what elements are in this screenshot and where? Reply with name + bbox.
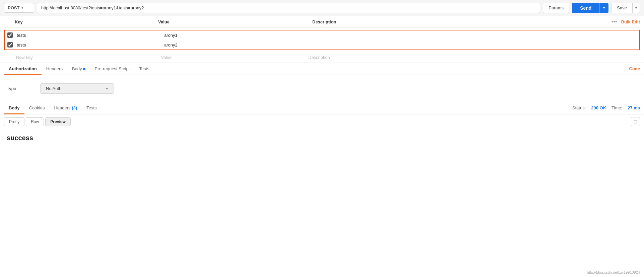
response-tab-cookies[interactable]: Cookies <box>24 102 50 114</box>
format-preview-button[interactable]: Preview <box>45 117 70 126</box>
send-button-group: Send ▾ <box>572 3 608 13</box>
tab-headers-label: Headers <box>46 66 63 71</box>
more-icon[interactable]: ••• <box>611 19 617 25</box>
status-value: 200 OK <box>591 105 606 110</box>
response-tab-body-label: Body <box>9 105 20 110</box>
row-1-key: tests <box>17 33 164 38</box>
col-actions: ••• Bulk Edit <box>611 19 640 25</box>
bulk-edit-button[interactable]: Bulk Edit <box>621 19 640 24</box>
tab-tests-label: Tests <box>139 66 149 71</box>
save-button-group: Save ▾ <box>611 3 640 13</box>
row-2-checkbox[interactable] <box>7 42 13 48</box>
col-key-header: Key <box>4 19 158 24</box>
request-tabs-bar: Authorization Headers Body Pre-request S… <box>0 63 644 75</box>
send-dropdown-button[interactable]: ▾ <box>599 3 608 13</box>
tab-body[interactable]: Body <box>67 63 90 75</box>
tab-headers[interactable]: Headers <box>42 63 67 75</box>
auth-type-select[interactable]: No Auth ▾ <box>40 83 114 94</box>
auth-section: Type No Auth ▾ <box>0 75 644 102</box>
code-button[interactable]: Code <box>629 66 640 71</box>
table-row: tests arony2 <box>5 40 639 50</box>
tab-pre-request[interactable]: Pre-request Script <box>90 63 135 75</box>
auth-type-row: Type No Auth ▾ <box>7 83 637 94</box>
params-rows: tests arony1 tests arony2 <box>4 30 640 50</box>
auth-type-value: No Auth <box>46 86 61 91</box>
format-raw-button[interactable]: Raw <box>26 117 44 126</box>
save-button[interactable]: Save <box>611 3 632 13</box>
row-1-value: arony1 <box>164 33 312 38</box>
col-desc-header: Description <box>312 19 611 24</box>
auth-type-chevron: ▾ <box>106 86 108 91</box>
params-button[interactable]: Params <box>543 3 569 13</box>
headers-badge: (3) <box>72 105 77 110</box>
row-1-checkbox[interactable] <box>7 32 13 38</box>
top-bar: POST ▾ Params Send ▾ Save ▾ <box>0 0 644 16</box>
col-value-header: Value <box>158 19 312 24</box>
tab-tests[interactable]: Tests <box>134 63 154 75</box>
method-label: POST <box>8 5 19 10</box>
time-value: 27 ms <box>628 105 640 110</box>
response-status: Status: 200 OK Time: 27 ms <box>572 105 640 110</box>
copy-button[interactable]: □ <box>631 117 640 126</box>
row-2-key: tests <box>17 42 164 48</box>
table-row: tests arony1 <box>5 30 639 40</box>
response-format-bar: Pretty Raw Preview □ <box>0 114 644 129</box>
params-header: Key Value Description ••• Bulk Edit <box>4 16 640 28</box>
tab-authorization-label: Authorization <box>9 66 37 71</box>
body-dot-indicator <box>83 68 85 70</box>
time-label: Time: <box>611 105 622 110</box>
response-body: success <box>0 129 644 147</box>
response-tabs-bar: Body Cookies Headers (3) Tests Status: 2… <box>0 102 644 114</box>
response-tab-body[interactable]: Body <box>4 102 24 114</box>
row-2-value: arony2 <box>164 42 312 48</box>
format-pretty-button[interactable]: Pretty <box>4 117 24 126</box>
send-button[interactable]: Send <box>572 3 599 13</box>
tab-authorization[interactable]: Authorization <box>4 63 42 75</box>
response-tab-tests-label: Tests <box>86 105 96 110</box>
method-select[interactable]: POST ▾ <box>4 3 34 13</box>
method-chevron: ▾ <box>21 6 23 10</box>
params-section: Key Value Description ••• Bulk Edit test… <box>0 16 644 63</box>
response-tab-cookies-label: Cookies <box>29 105 45 110</box>
auth-type-label: Type <box>7 86 34 91</box>
new-desc-placeholder[interactable]: Description <box>308 55 330 60</box>
response-body-content: success <box>7 134 33 142</box>
response-tab-tests[interactable]: Tests <box>82 102 101 114</box>
new-key-placeholder[interactable]: New key <box>16 55 33 60</box>
tab-pre-request-label: Pre-request Script <box>95 66 130 71</box>
response-tab-headers[interactable]: Headers (3) <box>49 102 82 114</box>
new-key-row: New key Value Description <box>4 52 640 63</box>
tab-body-label: Body <box>72 66 82 71</box>
response-tab-headers-label: Headers <box>54 105 72 110</box>
url-input[interactable] <box>37 3 540 13</box>
status-label: Status: <box>572 105 586 110</box>
new-value-placeholder[interactable]: Value <box>161 55 172 60</box>
save-dropdown-button[interactable]: ▾ <box>632 3 640 13</box>
